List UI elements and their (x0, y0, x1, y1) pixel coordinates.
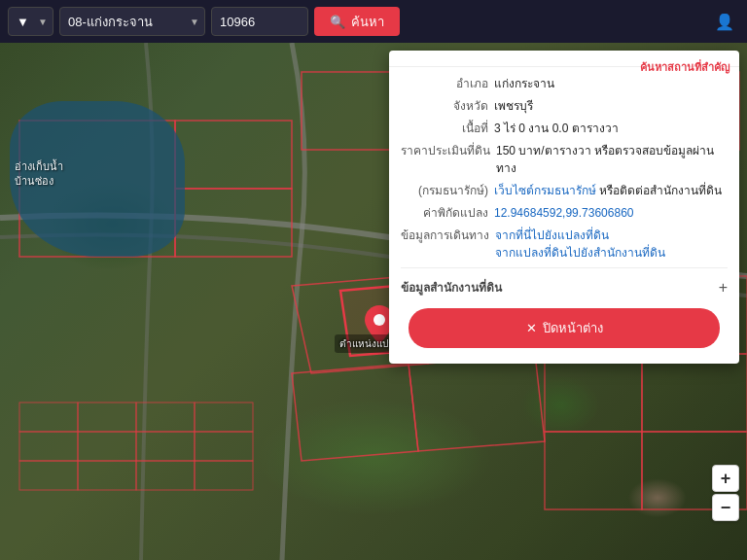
province-select-wrapper: ▼ ▼ (8, 7, 53, 36)
popup-value-district: แก่งกระจาน (494, 75, 554, 92)
svg-rect-21 (195, 432, 253, 461)
popup-label-province: จังหวัด (401, 97, 488, 115)
popup-label-price: ราคาประเมินที่ดิน (401, 142, 490, 177)
popup-label-fine: ค่าพิกัดแปลง (401, 204, 488, 222)
province-select[interactable]: ▼ (8, 7, 53, 36)
popup-row-fine: ค่าพิกัดแปลง 12.94684592,99.73606860 (401, 204, 728, 222)
popup-row-nav: ข้อมูลการเดินทาง จากที่นี่ไปยังแปลงที่ดิ… (401, 227, 728, 262)
dept-link[interactable]: เว็บไซต์กรมธนารักษ์ (494, 184, 596, 197)
svg-rect-20 (195, 402, 253, 432)
svg-rect-15 (78, 432, 136, 461)
user-icon: 👤 (715, 13, 734, 31)
svg-rect-27 (545, 432, 642, 509)
popup-header: ค้นหาสถานที่สำคัญ (389, 51, 739, 67)
popup-close-button-label: ปิดหน้าต่าง (543, 318, 603, 338)
svg-rect-22 (195, 461, 253, 490)
user-icon-button[interactable]: 👤 (710, 7, 739, 36)
svg-rect-14 (78, 402, 136, 432)
svg-rect-25 (545, 354, 642, 432)
popup-body: อำเภอ แก่งกระจาน จังหวัด เพชรบุรี เนื้อท… (389, 67, 739, 364)
svg-rect-16 (78, 461, 136, 490)
popup-label-district: อำเภอ (401, 75, 488, 92)
popup-value-province: เพชรบุรี (494, 97, 533, 115)
svg-rect-13 (19, 461, 78, 490)
svg-marker-10 (409, 354, 545, 451)
district-select[interactable]: 08-แก่งกระจาน (59, 7, 205, 36)
nav-link-2[interactable]: จากแปลงที่ดินไปยังสำนักงานที่ดิน (495, 246, 665, 260)
svg-rect-11 (19, 402, 78, 432)
popup-value-fine[interactable]: 12.94684592,99.73606860 (494, 204, 633, 222)
svg-marker-9 (292, 364, 418, 461)
search-button[interactable]: 🔍 ค้นหา (314, 7, 400, 36)
zoom-controls: + − (712, 465, 739, 521)
popup-office-section: ข้อมูลสำนักงานที่ดิน + (401, 267, 728, 300)
popup-section-title: ข้อมูลสำนักงานที่ดิน (401, 278, 502, 297)
popup-row-price: ราคาประเมินที่ดิน 150 บาท/ตารางวา หรือตร… (401, 142, 728, 177)
popup-value-dept: เว็บไซต์กรมธนารักษ์ หรือติดต่อสำนักงานที… (494, 182, 722, 199)
popup-row-district: อำเภอ แก่งกระจาน (401, 75, 728, 92)
popup-row-province: จังหวัด เพชรบุรี (401, 97, 728, 115)
zoom-in-button[interactable]: + (712, 465, 739, 492)
search-icon: 🔍 (330, 15, 345, 29)
svg-rect-12 (19, 432, 78, 461)
popup-value-area: 3 ไร่ 0 งาน 0.0 ตารางวา (494, 120, 619, 137)
popup-value-nav: จากที่นี่ไปยังแปลงที่ดิน จากแปลงที่ดินไป… (495, 227, 665, 262)
svg-rect-26 (642, 354, 747, 432)
close-icon: ✕ (526, 321, 537, 335)
water-label: อ่างเก็บน้ำ บ้านซ่อง (15, 159, 63, 190)
popup-label-dept: (กรมธนารักษ์) (401, 182, 488, 199)
info-popup: ค้นหาสถานที่สำคัญ อำเภอ แก่งกระจาน จังหว… (389, 51, 739, 364)
map[interactable]: อ่างเก็บน้ำ บ้านซ่อง ตำแหน่งแปลงที่ดิน ค… (0, 43, 747, 560)
popup-label-area: เนื้อที่ (401, 120, 488, 137)
parcel-input[interactable]: 10966 (211, 7, 308, 36)
district-select-wrapper: 08-แก่งกระจาน ▼ (59, 7, 205, 36)
svg-rect-3 (302, 72, 399, 150)
search-button-label: ค้นหา (351, 12, 384, 32)
popup-important-search-label: ค้นหาสถานที่สำคัญ (640, 58, 729, 76)
svg-rect-1 (175, 121, 292, 189)
popup-label-nav: ข้อมูลการเดินทาง (401, 227, 489, 262)
popup-row-area: เนื้อที่ 3 ไร่ 0 งาน 0.0 ตารางวา (401, 120, 728, 137)
toolbar: ▼ ▼ 08-แก่งกระจาน ▼ 10966 🔍 ค้นหา 👤 (0, 0, 747, 43)
popup-close-button[interactable]: ✕ ปิดหน้าต่าง (409, 308, 720, 348)
nav-link-1[interactable]: จากที่นี่ไปยังแปลงที่ดิน (495, 228, 609, 242)
popup-expand-button[interactable]: + (719, 279, 728, 297)
popup-section-header: ข้อมูลสำนักงานที่ดิน + (401, 274, 728, 300)
popup-row-dept: (กรมธนารักษ์) เว็บไซต์กรมธนารักษ์ หรือติ… (401, 182, 728, 199)
popup-value-price: 150 บาท/ตารางวา หรือตรวจสอบข้อมูลผ่านทาง (496, 142, 728, 177)
zoom-out-button[interactable]: − (712, 494, 739, 521)
svg-point-30 (374, 314, 385, 326)
